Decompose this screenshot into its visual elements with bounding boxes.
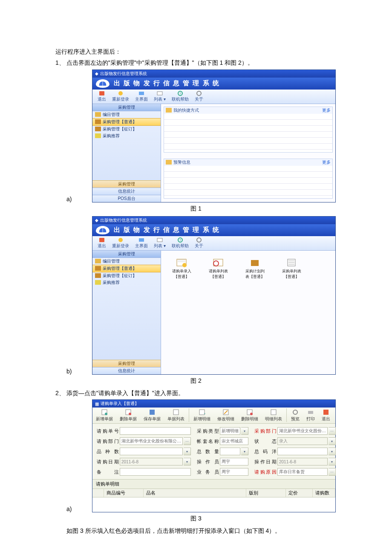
lbl-kinds: 品 种 数 [97,448,119,455]
empty-grid [164,166,332,198]
input-rdept[interactable]: 湖北新华书业文化股份有限公… [120,437,183,445]
btn-exit[interactable]: 退出 [318,408,334,423]
svg-rect-35 [173,410,179,415]
btn-preview[interactable]: 预览 [288,408,303,423]
lbl-clerk: 业 务 员 [197,469,219,475]
fig2-label: 图 2 [55,377,337,385]
sidebar-item-pm-zd[interactable]: 采购管理【征订】 [92,272,161,279]
svg-rect-28 [251,260,259,266]
marker-b: b) [66,368,75,375]
input-reason[interactable]: 库存日常备货 [277,468,328,476]
input-ctype[interactable]: 新增明细 [220,427,240,435]
svg-point-42 [293,410,297,414]
browse-icon[interactable]: ⋯ [329,468,336,476]
sidebar-item-pm-rec[interactable]: 采购推荐 [92,133,161,139]
dropdown-icon[interactable]: ▾ [329,448,336,455]
sidebar-bottom-b[interactable]: 信息统计 [92,367,161,374]
input-rdate[interactable]: 2011-6-8 [120,458,183,465]
svg-rect-16 [157,238,162,242]
input-acct[interactable]: 崇文书城店 [220,437,248,445]
btn-new-detail[interactable]: +新增明细 [190,408,214,423]
lbl-amount: 总 码 洋 [254,448,277,455]
btn-new-doc[interactable]: 新增单据 [92,408,116,423]
svg-rect-43 [308,411,313,414]
logo-icon [96,226,110,234]
sidebar-bottom-c[interactable]: POS后台 [92,195,161,202]
input-amount[interactable] [277,448,328,455]
svg-rect-8 [95,119,101,124]
form-body: 请购单号 采购类型新增明细▾ 采购部门湖北新华书业文化股份…⋯ 请购部门湖北新华… [92,424,335,479]
svg-rect-20 [95,259,101,263]
logo-icon [96,79,110,88]
browse-icon[interactable]: ⋯ [329,427,336,435]
sidebar-item-pm-normal[interactable]: 采购管理【普通】 [92,118,161,126]
btn-doc-list[interactable]: 单据列表 [164,408,188,423]
col-price: 定价 [286,489,313,497]
btn-detail-list[interactable]: 明细列表 [262,408,285,423]
app-icon-order-normal[interactable]: 采购单列表 【普通】 [280,257,303,280]
col-name: 品名 [144,489,246,497]
input-qty[interactable] [220,448,240,455]
dropdown-icon[interactable]: ▾ [241,427,248,435]
input-cdept[interactable]: 湖北新华书业文化股份… [277,427,328,435]
fig3-label: 图 3 [55,515,337,523]
closing-text: 如图 3 所示填入红色必选项目后，点击新增明细打开报添录入窗口（如下图 4）。 [66,526,337,535]
svg-rect-21 [95,266,101,271]
lbl-odate: 操作日期 [254,459,277,465]
svg-point-1 [118,91,123,95]
app-icon-entry-normal[interactable]: 请购单录入 【普通】 [170,257,193,280]
dropdown-icon[interactable]: ▾ [329,458,336,465]
btn-save-doc[interactable]: 保存单据 [140,408,164,423]
svg-rect-2 [139,92,144,95]
sidebar-item-pm-zd[interactable]: 采购管理【征订】 [92,126,161,133]
app-icon-plan-normal[interactable]: 采购计划列 表【普通】 [243,257,267,280]
lbl-ctype: 采购类型 [197,428,219,434]
sidebar-item-pm-normal[interactable]: 采购管理【普通】 [92,265,161,272]
tb-exit[interactable]: 退出 [95,90,109,103]
input-no[interactable] [120,427,191,435]
sidebar-item-pm-rec[interactable]: 采购推荐 [92,279,161,286]
browse-icon[interactable]: ⋯ [184,437,191,445]
input-kinds[interactable] [120,448,183,455]
col-edition: 版别 [246,489,286,497]
app-icon: ◆ [95,71,98,76]
step2-text: 2、 添货—点击"请购单录入【普通】"进入界面。 [55,388,337,398]
col-qty: 请购数 [313,489,335,497]
tb-list[interactable]: 列表 ▾ [151,237,168,249]
app-banner: 出 版 物 发 行 信 息 管 理 系 统 [92,78,335,90]
app-icon-list-normal[interactable]: 请购单列表 【普通】 [206,257,230,280]
tb-about[interactable]: 关于 [192,237,206,249]
lbl-acct: 帐套名称 [197,438,219,445]
dropdown-icon[interactable]: ▾ [329,437,336,445]
svg-rect-15 [139,238,144,242]
input-remark[interactable] [120,468,191,476]
dropdown-icon[interactable]: ▾ [184,458,191,465]
sidebar-bottom-a[interactable]: 采购管理 [92,360,161,367]
tb-relogin[interactable]: 重新登录 [110,90,132,103]
tb-list[interactable]: 列表 ▾ [151,90,168,103]
tb-help[interactable]: ?联机帮助 [169,237,191,249]
intro-text: 运行程序进入主界面后： [55,47,337,56]
btn-del-doc[interactable]: 删除单据 [116,408,140,423]
btn-del-detail[interactable]: 删除明细 [238,408,262,423]
sidebar-item-catalog[interactable]: 编目管理 [92,258,161,265]
more-link[interactable]: 更多 [322,159,331,165]
form-toolbar: 新增单据 删除单据 保存单据 单据列表 +新增明细 修改明细 删除明细 明细列表… [92,408,335,424]
more-link[interactable]: 更多 [322,107,331,113]
tb-exit[interactable]: 退出 [95,237,109,249]
dropdown-icon[interactable]: ▾ [184,448,191,455]
svg-rect-0 [99,91,104,95]
sidebar-bottom-a[interactable]: 采购管理 [92,180,161,188]
grid-body[interactable] [92,497,335,512]
sidebar: 采购管理 编目管理 采购管理【普通】 采购管理【征订】 采购推荐 采购管理 信息… [92,104,161,202]
tb-help[interactable]: ?联机帮助 [169,90,191,103]
dropdown-icon[interactable]: ▾ [241,448,248,455]
btn-edit-detail[interactable]: 修改明细 [214,408,238,423]
sidebar-bottom-b[interactable]: 信息统计 [92,188,161,195]
tb-main[interactable]: 主界面 [133,237,150,249]
tb-main[interactable]: 主界面 [133,90,150,103]
tb-relogin[interactable]: 重新登录 [110,237,132,249]
btn-print[interactable]: 打印 [303,408,318,423]
tb-about[interactable]: 关于 [192,90,206,103]
sidebar-item-catalog[interactable]: 编目管理 [92,111,161,118]
